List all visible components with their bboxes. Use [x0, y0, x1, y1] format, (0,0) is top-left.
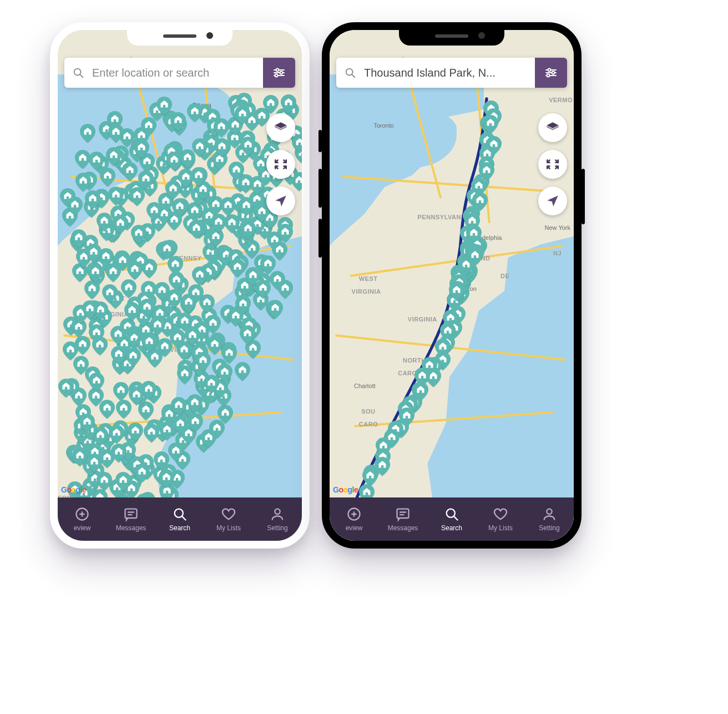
result-pin[interactable] — [113, 188, 129, 207]
result-pin[interactable] — [237, 207, 253, 226]
result-pin[interactable] — [452, 280, 467, 299]
result-pin[interactable] — [124, 428, 140, 446]
result-pin[interactable] — [97, 213, 112, 232]
result-pin[interactable] — [127, 330, 142, 349]
result-pin[interactable] — [133, 387, 148, 406]
result-pin[interactable] — [173, 276, 189, 295]
result-pin[interactable] — [407, 394, 422, 413]
result-pin[interactable] — [483, 115, 498, 134]
result-pin[interactable] — [467, 188, 482, 207]
search-input[interactable]: Enter location or search — [64, 58, 263, 88]
result-pin[interactable] — [138, 401, 154, 420]
result-pin[interactable] — [191, 167, 206, 186]
result-pin[interactable] — [84, 280, 100, 299]
map-right[interactable]: Toronto VERMO PENNSYLVANIA iladelphia AN… — [330, 30, 574, 541]
result-pin[interactable] — [203, 244, 218, 263]
result-pin[interactable] — [195, 181, 211, 200]
result-pin[interactable] — [479, 157, 494, 175]
result-pin[interactable] — [178, 179, 193, 198]
result-pin[interactable] — [144, 424, 159, 443]
result-pin[interactable] — [93, 427, 108, 446]
layers-button[interactable] — [266, 113, 295, 142]
result-pin[interactable] — [115, 477, 131, 496]
result-pin[interactable] — [86, 244, 102, 263]
result-pin[interactable] — [83, 235, 98, 254]
result-pin[interactable] — [188, 284, 204, 303]
result-pin[interactable] — [80, 433, 95, 451]
result-pin[interactable] — [240, 130, 255, 149]
result-pin[interactable] — [82, 300, 98, 319]
result-pin[interactable] — [162, 240, 178, 259]
result-pin[interactable] — [263, 95, 279, 114]
result-pin[interactable] — [251, 200, 267, 219]
result-pin[interactable] — [70, 233, 85, 252]
result-pin[interactable] — [176, 341, 192, 360]
result-pin[interactable] — [79, 414, 95, 433]
result-pin[interactable] — [137, 291, 153, 310]
result-pin[interactable] — [99, 253, 114, 272]
result-pin[interactable] — [104, 224, 119, 243]
result-pin[interactable] — [160, 318, 175, 337]
result-pin[interactable] — [168, 256, 183, 275]
result-pin[interactable] — [435, 351, 451, 370]
result-pin[interactable] — [452, 285, 467, 304]
result-pin[interactable] — [181, 294, 196, 313]
result-pin[interactable] — [141, 259, 157, 278]
tab-messages[interactable]: Messages — [107, 506, 155, 532]
result-pin[interactable] — [72, 447, 88, 466]
result-pin[interactable] — [375, 449, 391, 467]
filter-button[interactable] — [535, 58, 567, 88]
result-pin[interactable] — [448, 290, 464, 309]
result-pin[interactable] — [122, 341, 137, 360]
result-pin[interactable] — [109, 425, 124, 444]
result-pin[interactable] — [427, 357, 442, 376]
result-pin[interactable] — [449, 276, 465, 295]
result-pin[interactable] — [452, 273, 467, 291]
result-pin[interactable] — [89, 318, 104, 336]
result-pin[interactable] — [174, 198, 189, 217]
result-pin[interactable] — [159, 240, 175, 259]
result-pin[interactable] — [166, 306, 181, 325]
result-pin[interactable] — [66, 445, 82, 464]
result-pin[interactable] — [449, 282, 464, 301]
result-pin[interactable] — [452, 274, 467, 293]
result-pin[interactable] — [154, 282, 170, 301]
tab-review[interactable]: eview — [330, 506, 378, 532]
result-pin[interactable] — [204, 232, 219, 251]
result-pin[interactable] — [73, 305, 88, 324]
result-pin[interactable] — [178, 171, 193, 190]
result-pin[interactable] — [161, 295, 177, 314]
result-pin[interactable] — [464, 239, 479, 258]
tab-settings[interactable]: Setting — [253, 506, 302, 532]
result-pin[interactable] — [234, 99, 249, 118]
result-pin[interactable] — [141, 381, 156, 400]
result-pin[interactable] — [129, 386, 144, 405]
result-pin[interactable] — [169, 271, 184, 290]
result-pin[interactable] — [376, 438, 391, 456]
result-pin[interactable] — [447, 292, 462, 311]
result-pin[interactable] — [93, 301, 108, 320]
result-pin[interactable] — [440, 323, 456, 341]
tab-review[interactable]: eview — [58, 506, 107, 532]
tab-messages[interactable]: Messages — [378, 506, 427, 532]
result-pin[interactable] — [63, 341, 78, 360]
result-pin[interactable] — [198, 218, 214, 237]
result-pin[interactable] — [457, 254, 473, 273]
result-pin[interactable] — [236, 93, 252, 112]
result-pin[interactable] — [102, 284, 118, 303]
result-pin[interactable] — [77, 437, 92, 456]
result-pin[interactable] — [451, 269, 467, 288]
result-pin[interactable] — [89, 462, 104, 481]
result-pin[interactable] — [207, 262, 223, 280]
result-pin[interactable] — [460, 225, 476, 244]
result-pin[interactable] — [134, 464, 150, 482]
result-pin[interactable] — [207, 156, 223, 175]
result-pin[interactable] — [180, 296, 196, 315]
tab-search[interactable]: Search — [427, 506, 476, 532]
locate-button[interactable] — [538, 187, 567, 215]
result-pin[interactable] — [64, 378, 79, 397]
result-pin[interactable] — [75, 404, 91, 423]
result-pin[interactable] — [133, 229, 148, 248]
result-pin[interactable] — [462, 265, 477, 284]
result-pin[interactable] — [234, 215, 249, 234]
